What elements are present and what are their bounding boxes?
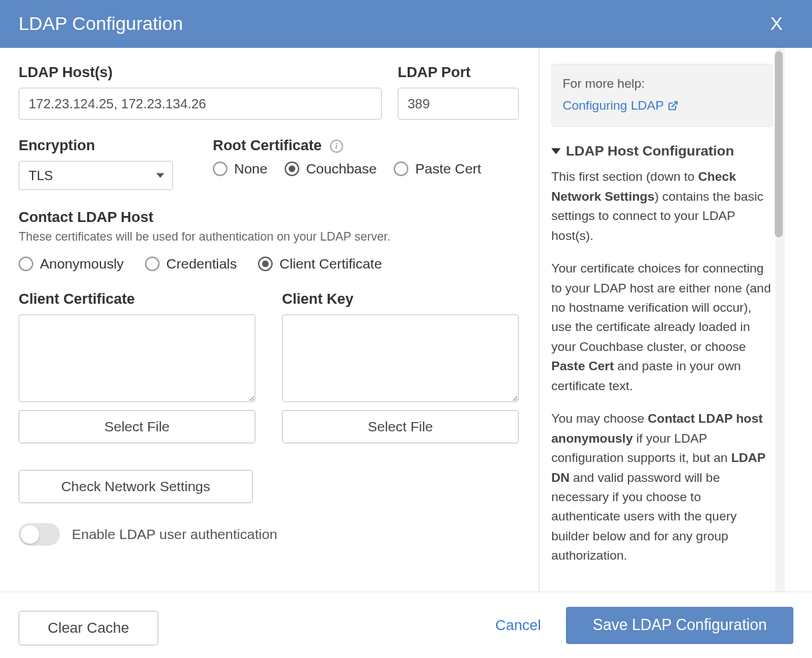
client-key-select-file-button[interactable]: Select File — [282, 410, 519, 443]
help-section-header[interactable]: LDAP Host Configuration — [551, 140, 773, 162]
contact-creds-radio[interactable]: Credentials — [145, 256, 237, 272]
radio-icon — [145, 257, 160, 271]
help-for-more: For more help: — [563, 74, 761, 93]
configuring-ldap-link[interactable]: Configuring LDAP — [563, 96, 678, 115]
check-network-settings-button[interactable]: Check Network Settings — [19, 470, 253, 503]
toggle-knob — [21, 525, 39, 544]
dialog-content: LDAP Host(s) LDAP Port Encryption TLS Ro… — [0, 48, 812, 592]
encryption-value: TLS — [29, 168, 53, 183]
root-cert-none-radio[interactable]: None — [213, 161, 267, 177]
chevron-down-icon — [156, 173, 164, 178]
dialog-title: LDAP Configuration — [19, 13, 183, 35]
encryption-select[interactable]: TLS — [19, 161, 173, 190]
root-cert-paste-radio[interactable]: Paste Cert — [394, 161, 481, 177]
contact-anon-radio[interactable]: Anonymously — [19, 256, 124, 272]
enable-ldap-auth-toggle[interactable] — [19, 523, 60, 546]
contact-host-sub: These certificates will be used for auth… — [19, 230, 519, 244]
save-ldap-config-button[interactable]: Save LDAP Configuration — [566, 607, 793, 644]
ldap-hosts-label: LDAP Host(s) — [19, 64, 382, 81]
radio-icon — [258, 257, 273, 271]
client-key-label: Client Key — [282, 290, 519, 308]
cancel-button[interactable]: Cancel — [495, 617, 541, 634]
svg-line-0 — [672, 102, 677, 106]
client-cert-label: Client Certificate — [19, 290, 255, 308]
encryption-label: Encryption — [19, 137, 173, 154]
client-key-textarea[interactable] — [282, 314, 519, 402]
client-cert-textarea[interactable] — [19, 314, 255, 402]
external-link-icon — [668, 100, 678, 111]
close-icon[interactable]: X — [770, 13, 793, 35]
caret-down-icon — [551, 148, 561, 154]
dialog-footer: Clear Cache Cancel Save LDAP Configurati… — [0, 592, 812, 658]
scrollbar-thumb[interactable] — [775, 51, 783, 237]
contact-host-label: Contact LDAP Host — [19, 209, 519, 226]
root-cert-couchbase-radio[interactable]: Couchbase — [285, 161, 376, 177]
clear-cache-button[interactable]: Clear Cache — [19, 611, 158, 645]
info-icon[interactable]: i — [330, 140, 343, 153]
ldap-port-input[interactable] — [398, 88, 519, 120]
radio-icon — [213, 162, 227, 176]
help-box: For more help: Configuring LDAP — [551, 64, 773, 127]
help-paragraph-3: You may choose Contact LDAP host anonymo… — [551, 409, 773, 566]
help-paragraph-2: Your certificate choices for connecting … — [551, 259, 773, 395]
client-cert-select-file-button[interactable]: Select File — [19, 410, 255, 443]
left-panel: LDAP Host(s) LDAP Port Encryption TLS Ro… — [0, 48, 539, 592]
radio-icon — [285, 162, 299, 176]
help-panel: For more help: Configuring LDAP LDAP Hos… — [539, 48, 785, 592]
enable-ldap-auth-label: Enable LDAP user authentication — [72, 526, 277, 542]
help-paragraph-1: This first section (down to Check Networ… — [551, 167, 773, 245]
contact-clientcert-radio[interactable]: Client Certificate — [258, 256, 382, 272]
ldap-port-label: LDAP Port — [398, 64, 519, 81]
dialog-header: LDAP Configuration X — [0, 0, 812, 48]
radio-icon — [19, 257, 33, 271]
root-cert-label: Root Certificate i — [213, 137, 519, 154]
ldap-hosts-input[interactable] — [19, 88, 382, 120]
radio-icon — [394, 162, 408, 176]
